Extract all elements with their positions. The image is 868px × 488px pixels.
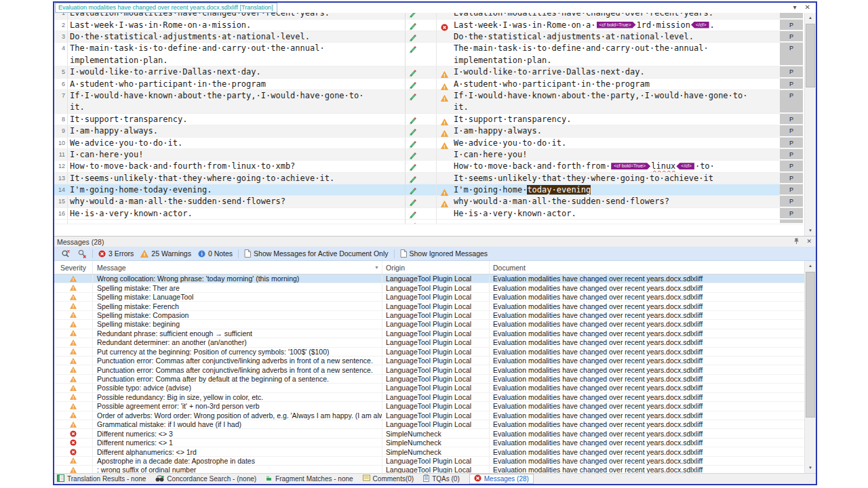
target-cell[interactable]: It·support·transparency. [452, 114, 780, 125]
message-row[interactable]: !Possible typo: advice (advise)LanguageT… [54, 384, 804, 392]
message-row[interactable]: Different numerics: <> 1SimpleNumcheckEv… [54, 439, 804, 447]
translation-editor[interactable]: 1Evaluation·modalities·have·changed·over… [54, 13, 816, 236]
source-cell[interactable]: How·to·move·back·and·fourth·from·linux·t… [68, 161, 406, 171]
source-cell[interactable]: Evaluation·modalities·have·changed·over·… [68, 13, 406, 19]
messages-close-icon[interactable]: ✕ [806, 238, 812, 246]
message-row[interactable]: !Put currency at the beginning: Position… [54, 348, 804, 357]
segment-row[interactable]: 10We·advice·you·to·do·it.!We·advice·you·… [54, 138, 803, 149]
scroll-up-icon[interactable]: ▲ [805, 13, 816, 23]
message-row[interactable]: !Order of adverbs: Word order: Wrong pos… [54, 411, 804, 420]
source-cell[interactable]: I'm·going·home·today·evening. [68, 184, 406, 195]
target-cell[interactable]: How·to·move·back·and·forth·from·<cf bold… [452, 161, 780, 171]
message-row[interactable]: !: wrong suffix of ordinal numberLanguag… [54, 466, 804, 473]
messages-scrollbar-thumb[interactable] [806, 272, 815, 418]
errors-filter-button[interactable]: 3 Errors [95, 247, 137, 260]
target-cell[interactable]: We·advice·you·to·do·it. [452, 138, 780, 148]
message-row[interactable]: !Grammatical mistake: if I would have (i… [54, 420, 804, 429]
target-cell[interactable]: I·can·here·you! [452, 149, 780, 160]
source-cell[interactable]: Last·week·I·was·in·Rome·on·a·mission. [68, 20, 406, 30]
editor-scrollbar-thumb[interactable] [806, 24, 815, 87]
warnings-filter-button[interactable]: ! 25 Warnings [137, 247, 195, 260]
target-cell[interactable]: why·would·a·man·all·the·sudden·send·flow… [452, 196, 780, 207]
target-cell[interactable]: It·seems·unlikely·that·they·where·going·… [452, 173, 780, 184]
source-cell[interactable]: The·main·task·is·to·define·and·carry·out… [68, 43, 406, 66]
message-row[interactable]: Different alphanumerics: <> 1rdSimpleNum… [54, 447, 804, 456]
message-row[interactable]: !Redundant determiner: an another (an/an… [54, 338, 804, 347]
panel-tab-translation-results-none[interactable]: Translation Results - none [57, 474, 146, 483]
message-row[interactable]: Different numerics: <> 3SimpleNumcheckEv… [54, 429, 804, 438]
target-cell[interactable]: He·is·a·very·known·actor. [452, 208, 780, 219]
target-cell[interactable]: Do·the·statistical·adjustments·at·nation… [452, 31, 780, 42]
segment-status-cell[interactable] [406, 13, 437, 19]
editor-scrollbar[interactable]: ▲ ▼ [804, 13, 816, 236]
segment-row[interactable]: 11I·can·here·you!I·can·here·you!P [54, 149, 803, 161]
source-cell[interactable]: I·am·happy·always. [68, 125, 406, 136]
message-row[interactable]: !Punctuation error: Commas after conjunc… [54, 365, 804, 374]
message-row[interactable]: !Spelling mistake: Ther areLanguageTool … [54, 283, 804, 292]
document-tab[interactable]: Evaluation modalities have changed over … [55, 3, 277, 13]
column-header-message[interactable]: Message ▼ [93, 261, 382, 274]
segment-status-cell[interactable] [406, 66, 437, 77]
segment-row[interactable]: 13It·seems·unlikely·that·they·where·goin… [54, 173, 803, 184]
column-header-origin[interactable]: Origin [382, 261, 490, 274]
target-cell[interactable]: Evaluation·modalities·have·changed·over·… [452, 13, 780, 19]
segment-row[interactable]: 16He·is·a·very·known·actor.He·is·a·very·… [54, 208, 803, 220]
segment-row[interactable]: ! [54, 220, 803, 224]
show-ignored-messages-toggle[interactable]: Show Ignored Messages [397, 247, 492, 260]
message-row[interactable]: !Punctuation error: Comma after by defau… [54, 375, 804, 384]
target-cell[interactable]: A·student·who·participant·in·the·program [452, 79, 780, 89]
column-header-severity[interactable]: Severity [54, 261, 93, 274]
segment-status-cell[interactable] [406, 220, 437, 224]
target-cell[interactable]: Last·week·I·was·in·Rome·on·a·<cf bold=Tr… [452, 20, 780, 30]
segment-row[interactable]: 3Do·the·statistical·adjustments·at·natio… [54, 31, 803, 43]
segment-row[interactable]: 4The·main·task·is·to·define·and·carry·ou… [54, 43, 803, 66]
show-active-document-toggle[interactable]: Show Messages for Active Document Only [241, 247, 391, 260]
pane-options-arrow-icon[interactable]: ▾ [793, 3, 797, 11]
target-cell[interactable]: The·main·task·is·to·define·and·carry·out… [452, 43, 780, 66]
source-cell[interactable]: Do·the·statistical·adjustments·at·nation… [68, 31, 406, 42]
segment-row[interactable]: 14I'm·going·home·today·evening.!I'm·goin… [54, 184, 803, 196]
target-cell[interactable]: I·would·like·to·arrive·Dallas·next·day. [452, 66, 780, 77]
segment-row[interactable]: 12How·to·move·back·and·fourth·from·linux… [54, 161, 803, 172]
scroll-up-icon[interactable]: ▲ [805, 261, 816, 271]
segment-row[interactable]: 15why·would·a·man·all·the·sudden·send·fl… [54, 196, 803, 207]
pane-close-icon[interactable]: ✕ [805, 3, 810, 11]
segment-row[interactable]: 8It·support·transparency.!It·support·tra… [54, 114, 803, 125]
target-cell[interactable]: If·I·would·have·known·about·the·party,·I… [452, 90, 780, 113]
source-cell[interactable]: I·can·here·you! [68, 149, 406, 160]
panel-tab-tqas-0[interactable]: TQAs (0) [423, 474, 460, 483]
source-cell[interactable]: It·seems·unlikely·that·they·where·going·… [68, 173, 406, 184]
target-cell[interactable] [452, 220, 780, 224]
segment-status-cell[interactable] [406, 79, 437, 89]
segment-status-cell[interactable] [406, 184, 437, 195]
messages-scrollbar[interactable]: ▲ ▼ [804, 261, 816, 473]
segment-row[interactable]: 9I·am·happy·always.!I·am·happy·always.P [54, 125, 803, 137]
panel-tab-fragment-matches-none[interactable]: Fragment Matches - none [266, 474, 353, 483]
source-cell[interactable]: It·support·transparency. [68, 114, 406, 125]
segment-status-cell[interactable] [406, 138, 437, 148]
panel-tab-comments-0[interactable]: Comments(0) [363, 474, 414, 483]
target-cell[interactable]: I·am·happy·always. [452, 125, 780, 136]
message-row[interactable]: !Spelling mistake: FerenchLanguageTool P… [54, 302, 804, 310]
segment-status-cell[interactable] [406, 173, 437, 184]
pin-icon[interactable] [793, 238, 800, 246]
segment-row[interactable]: 2Last·week·I·was·in·Rome·on·a·mission.La… [54, 20, 803, 31]
message-row[interactable]: !Punctuation error: Commas after conjunc… [54, 357, 804, 365]
source-cell[interactable]: We·advice·you·to·do·it. [68, 138, 406, 148]
target-cell[interactable]: I'm·going·home·today·evening [452, 184, 780, 195]
message-row[interactable]: !Wrong collocation: Wrong phrase: 'today… [54, 274, 804, 283]
scroll-down-icon[interactable]: ▼ [805, 226, 816, 236]
segment-status-cell[interactable] [406, 196, 437, 207]
message-row[interactable]: !Spelling mistake: beginingLanguageTool … [54, 320, 804, 329]
segment-row[interactable]: 1Evaluation·modalities·have·changed·over… [54, 13, 803, 20]
message-row[interactable]: !Apostrophe in a decade date: Apostrophe… [54, 457, 804, 466]
segment-status-cell[interactable] [406, 114, 437, 125]
panel-tab-messages-28[interactable]: Messages (28) [469, 474, 534, 484]
message-row[interactable]: !Possible redundancy: Big in size, yello… [54, 393, 804, 402]
filter-messages-icon[interactable] [58, 247, 74, 260]
source-cell[interactable]: why·would·a·man·all·the·sudden·send·flow… [68, 196, 406, 207]
segment-status-cell[interactable] [406, 43, 437, 66]
segment-row[interactable]: 5I·would·like·to·arrive·Dallas·next·day.… [54, 66, 803, 78]
source-cell[interactable] [68, 220, 406, 224]
clear-filter-icon[interactable] [74, 247, 90, 260]
